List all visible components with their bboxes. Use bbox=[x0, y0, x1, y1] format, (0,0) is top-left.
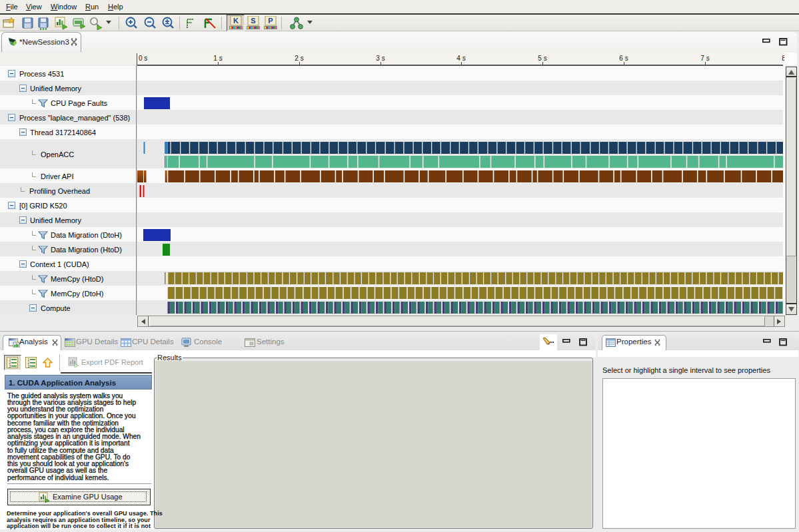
svg-text:3: 3 bbox=[9, 364, 11, 368]
svg-text:3: 3 bbox=[28, 364, 30, 368]
